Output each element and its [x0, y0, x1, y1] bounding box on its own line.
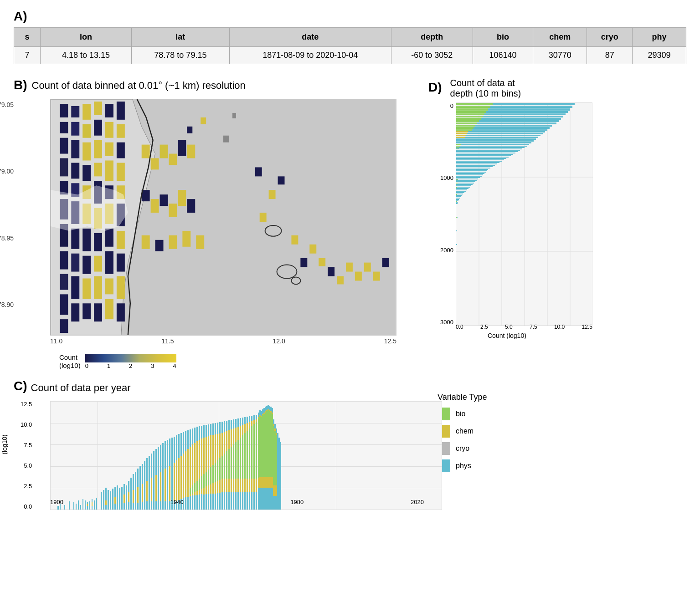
svg-rect-93: [346, 263, 353, 272]
svg-rect-70: [178, 140, 186, 156]
svg-rect-403: [262, 415, 263, 477]
svg-rect-94: [355, 272, 362, 281]
svg-rect-83: [255, 167, 262, 176]
svg-rect-177: [456, 173, 484, 174]
svg-rect-406: [266, 411, 268, 477]
cell-date: 1871-08-09 to 2020-10-04: [229, 47, 391, 64]
col-header-s: s: [14, 28, 41, 47]
svg-rect-329: [219, 458, 221, 480]
svg-rect-139: [456, 131, 468, 133]
map-legend-title: Count(log10): [59, 353, 81, 370]
svg-rect-185: [456, 180, 477, 181]
svg-rect-67: [151, 158, 159, 170]
svg-rect-272: [160, 472, 161, 501]
svg-rect-377: [256, 422, 257, 479]
svg-rect-58: [117, 143, 125, 158]
svg-rect-176: [456, 172, 486, 173]
svg-rect-147: [456, 113, 484, 115]
svg-rect-91: [328, 267, 335, 276]
svg-rect-52: [105, 229, 113, 247]
svg-rect-7: [60, 138, 68, 154]
svg-rect-96: [373, 272, 380, 281]
svg-rect-375: [251, 426, 252, 479]
section-d-title: Count of data atdepth (10 m bins): [450, 78, 521, 99]
svg-rect-34: [82, 278, 91, 299]
svg-rect-53: [105, 251, 113, 274]
svg-rect-95: [364, 263, 371, 272]
svg-rect-88: [300, 258, 307, 267]
svg-rect-205: [456, 244, 457, 245]
svg-rect-149: [456, 118, 481, 120]
svg-rect-57: [117, 124, 125, 138]
svg-rect-367: [233, 444, 234, 479]
svg-rect-238: [121, 487, 123, 510]
svg-rect-311: [210, 435, 211, 494]
svg-rect-183: [456, 177, 480, 178]
svg-rect-42: [94, 233, 102, 251]
svg-rect-142: [456, 137, 465, 138]
svg-rect-196: [456, 195, 462, 196]
legend-item-phys: phys: [438, 459, 677, 472]
cell-depth: -60 to 3052: [391, 47, 473, 64]
svg-rect-192: [456, 189, 467, 190]
cell-lon: 4.18 to 13.15: [41, 47, 132, 64]
svg-rect-186: [456, 181, 475, 182]
svg-rect-191: [456, 188, 468, 189]
col-header-cryo: cryo: [587, 28, 633, 47]
svg-rect-54: [105, 278, 113, 294]
svg-rect-157: [456, 146, 527, 147]
svg-rect-273: [165, 469, 166, 501]
svg-rect-80: [169, 235, 177, 249]
svg-rect-297: [178, 458, 180, 500]
svg-rect-208: [456, 187, 457, 188]
section-c: C) Count of data per year Count(log10) 1…: [14, 379, 424, 510]
svg-rect-368: [235, 442, 237, 479]
svg-rect-97: [382, 258, 389, 267]
svg-rect-62: [117, 231, 125, 249]
svg-rect-162: [456, 153, 515, 153]
section-b-title: Count of data binned at 0.01° (~1 km) re…: [32, 80, 246, 92]
cell-phy: 29309: [633, 47, 686, 64]
section-a: A) s lon lat date depth bio chem cryo ph…: [14, 9, 686, 64]
svg-rect-298: [180, 456, 182, 499]
svg-rect-188: [456, 184, 473, 185]
svg-rect-209: [456, 194, 457, 195]
svg-rect-156: [456, 144, 529, 145]
svg-rect-43: [94, 256, 102, 272]
svg-rect-362: [221, 456, 223, 479]
svg-rect-79: [155, 240, 164, 251]
svg-rect-87: [291, 235, 298, 245]
svg-rect-28: [82, 143, 91, 161]
svg-rect-322: [203, 474, 205, 488]
svg-rect-100: [223, 136, 229, 143]
svg-rect-14: [60, 294, 68, 315]
svg-rect-152: [456, 125, 475, 127]
svg-rect-22: [71, 229, 79, 249]
svg-rect-371: [242, 435, 243, 479]
svg-rect-274: [169, 466, 170, 501]
svg-rect-35: [82, 303, 91, 319]
svg-rect-373: [247, 431, 248, 479]
svg-rect-275: [174, 463, 175, 501]
col-header-depth: depth: [391, 28, 473, 47]
map-legend-ticks: 0 1 2 3 4: [85, 362, 176, 369]
svg-rect-421: [274, 431, 276, 485]
bio-label: bio: [456, 410, 465, 418]
svg-rect-408: [269, 411, 270, 477]
svg-rect-420: [273, 426, 274, 485]
svg-rect-174: [456, 169, 488, 170]
svg-rect-6: [60, 122, 68, 133]
svg-rect-151: [456, 122, 477, 124]
section-c-label: C): [14, 379, 27, 393]
svg-rect-319: [196, 481, 198, 491]
svg-rect-39: [94, 163, 102, 176]
phys-label: phys: [456, 462, 471, 470]
col-header-date: date: [229, 28, 391, 47]
svg-rect-160: [456, 150, 520, 151]
svg-rect-121: [456, 131, 545, 133]
svg-rect-76: [178, 190, 186, 206]
svg-rect-409: [270, 413, 272, 477]
svg-rect-370: [240, 438, 241, 479]
legend-area: Variable Type bio chem cryo phys: [428, 370, 686, 510]
svg-rect-197: [456, 196, 461, 197]
